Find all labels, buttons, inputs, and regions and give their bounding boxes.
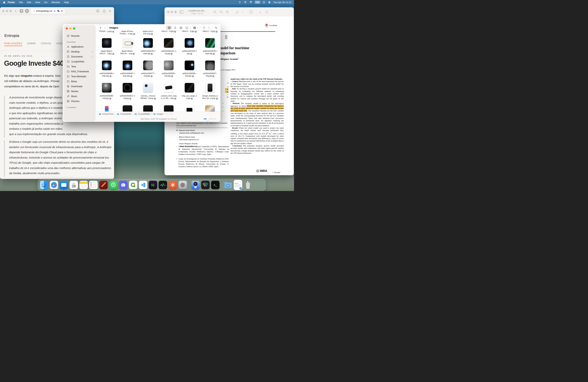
breadcrumb-icloud-drive[interactable]: iCloud Drive: [99, 113, 114, 115]
menu-window[interactable]: Window: [49, 1, 62, 4]
nav-sobre[interactable]: SOBRE: [27, 42, 36, 46]
menu-bar-clock[interactable]: Tue Apr 28 21:21: [273, 1, 292, 4]
file-item[interactable]: art002e000190~large.jpg↓: [138, 38, 158, 55]
dock-item-vscode[interactable]: [139, 179, 147, 191]
pdf-markup-controls[interactable]: [235, 10, 244, 14]
sidebar-item-rag-framework[interactable]: RAG_Framework: [64, 69, 95, 74]
download-from-cloud-icon[interactable]: ↓: [133, 53, 135, 55]
file-item[interactable]: camera_hero_large_2x Ba....png↓: [158, 83, 179, 100]
markup-icon[interactable]: [235, 10, 239, 14]
columns-view-icon[interactable]: [178, 26, 184, 30]
sidebar-toggle-icon[interactable]: [180, 10, 186, 14]
menu-go[interactable]: Go: [42, 1, 49, 4]
download-from-cloud-icon[interactable]: ↓: [192, 75, 194, 77]
sidebar-item-1loopinfinito[interactable]: 1LoopInfinito: [64, 59, 95, 64]
share-icon[interactable]: [103, 9, 106, 13]
file-item[interactable]: art002e009287~orig.jpg↓: [200, 61, 220, 77]
download-from-cloud-icon[interactable]: ↓: [174, 98, 176, 100]
dock-item-discord[interactable]: [119, 179, 127, 191]
menu-edit[interactable]: Edit: [25, 1, 33, 4]
apple-menu-icon[interactable]: [3, 1, 6, 4]
file-item[interactable]: art002e009285~orig.jpg↓: [179, 61, 200, 77]
sidebar-item-desktop[interactable]: Desktop: [64, 49, 95, 54]
download-from-cloud-icon[interactable]: ↓: [109, 75, 111, 77]
download-from-cloud-icon[interactable]: ↓: [129, 98, 131, 100]
file-item[interactable]: art002e009289~orig.jpg↓: [96, 83, 117, 100]
blog-title[interactable]: Entropia: [4, 33, 19, 38]
post-headline[interactable]: Google Investe $40B: [4, 60, 68, 67]
dock-item-activity-monitor[interactable]: [158, 179, 167, 191]
y-extension-icon[interactable]: Y: [20, 9, 23, 13]
dock-item-passwords-keys[interactable]: [201, 179, 210, 191]
file-item[interactable]: art002e009282~orig.jpg↓: [158, 61, 179, 77]
dock-item-zed[interactable]: [99, 179, 108, 191]
dock-item-orange-asterisk-app[interactable]: [168, 179, 177, 191]
back-icon[interactable]: [14, 10, 18, 13]
download-from-cloud-icon[interactable]: ↓: [154, 98, 156, 100]
view-mode-switcher[interactable]: [166, 25, 190, 30]
audio-icon[interactable]: [53, 10, 56, 12]
menu-finder[interactable]: Finder: [6, 1, 17, 4]
breadcrumb-images[interactable]: images: [153, 113, 163, 115]
file-item[interactable]: camera__fmzxyv562aq2...d.png↓: [138, 83, 158, 100]
file-item[interactable]: art002e009277~orig.jpg↓: [138, 61, 158, 77]
dock-item-whatsapp[interactable]: [109, 179, 118, 191]
file-item[interactable]: art002e000192-2.jpg↓: [179, 38, 200, 55]
zoom-in-icon[interactable]: [226, 10, 229, 14]
close-icon[interactable]: [2, 10, 4, 12]
battery-icon[interactable]: 15: [255, 1, 260, 3]
file-item[interactable]: art002e009301~orig.jpg↓: [117, 83, 138, 100]
dock-item-safari[interactable]: [49, 179, 58, 191]
file-item[interactable]: art002e004440~large.jpg↓: [200, 38, 220, 55]
list-view-icon[interactable]: [172, 26, 178, 30]
zoom-out-icon[interactable]: [213, 10, 217, 14]
downloads-icon[interactable]: [96, 9, 100, 13]
dock-item-iterm[interactable]: $|: [148, 179, 157, 191]
icons-view-icon[interactable]: [166, 26, 172, 30]
gallery-view-icon[interactable]: [184, 26, 190, 30]
slider-knob[interactable]: [207, 118, 209, 120]
forward-icon[interactable]: [104, 26, 106, 29]
finder-traffic-lights[interactable]: [66, 27, 95, 30]
dock-item-mail[interactable]: [60, 179, 68, 191]
pdf-search-icon[interactable]: [265, 10, 269, 14]
zoom-actual-icon[interactable]: 1: [219, 10, 223, 14]
control-center-icon[interactable]: [268, 1, 271, 4]
breadcrumb-documents[interactable]: Documents: [117, 113, 131, 115]
dock-item-calendar[interactable]: Tue28: [69, 179, 78, 191]
dock-item-trash[interactable]: [244, 179, 252, 191]
zoom-icon[interactable]: [73, 27, 75, 30]
sidebar-item-downloads[interactable]: Downloads: [64, 84, 95, 89]
pdf-traffic-lights[interactable]: [167, 11, 177, 13]
download-from-cloud-icon[interactable]: ↓: [170, 53, 173, 55]
star-extension-icon[interactable]: ★: [25, 9, 29, 13]
finder-window[interactable]: RecentsFavoritesApplicationsDesktopDocum…: [63, 24, 220, 122]
sidebar-item-applications[interactable]: Applications: [64, 44, 95, 49]
dock-item-notes[interactable]: [79, 179, 88, 191]
sidebar-item-music[interactable]: Music: [64, 94, 95, 99]
dock-item-qgis[interactable]: [129, 179, 137, 191]
sidebar-item-movies[interactable]: Movies: [64, 89, 95, 94]
translate-icon[interactable]: A: [57, 10, 60, 12]
file-item[interactable]: art002e000191~orig.jpg↓: [158, 38, 179, 55]
nav-publicações[interactable]: PUBLICAÇÕES: [4, 42, 22, 46]
crossmark-badge[interactable]: CrossMark: [265, 23, 277, 27]
file-item[interactable]: Apple-Watch-Ultra-2-...9.jpg↓: [96, 38, 117, 55]
url-bar[interactable]: entropiablog.com A: [31, 8, 65, 14]
more-tools-icon[interactable]: »: [259, 10, 261, 14]
back-icon[interactable]: [99, 26, 102, 29]
download-from-cloud-icon[interactable]: ↓: [130, 75, 132, 77]
dock-item-finder[interactable]: [40, 179, 48, 191]
download-from-cloud-icon[interactable]: ↓: [191, 98, 193, 100]
download-from-cloud-icon[interactable]: ↓: [171, 75, 173, 77]
download-from-cloud-icon[interactable]: ↓: [212, 75, 214, 77]
new-tab-icon[interactable]: +: [109, 9, 111, 13]
group-by-button[interactable]: [192, 25, 200, 30]
download-from-cloud-icon[interactable]: ↓: [133, 33, 135, 35]
menu-help[interactable]: Help: [62, 1, 71, 4]
dock-item-blue-camera-app[interactable]: [191, 179, 200, 191]
close-icon[interactable]: [66, 27, 68, 30]
file-item[interactable]: chip_cpu_large_2x.jpg↓: [179, 83, 200, 100]
sidebar-item-tese[interactable]: Tese: [64, 64, 95, 69]
dock-item-reminders[interactable]: [89, 179, 98, 191]
